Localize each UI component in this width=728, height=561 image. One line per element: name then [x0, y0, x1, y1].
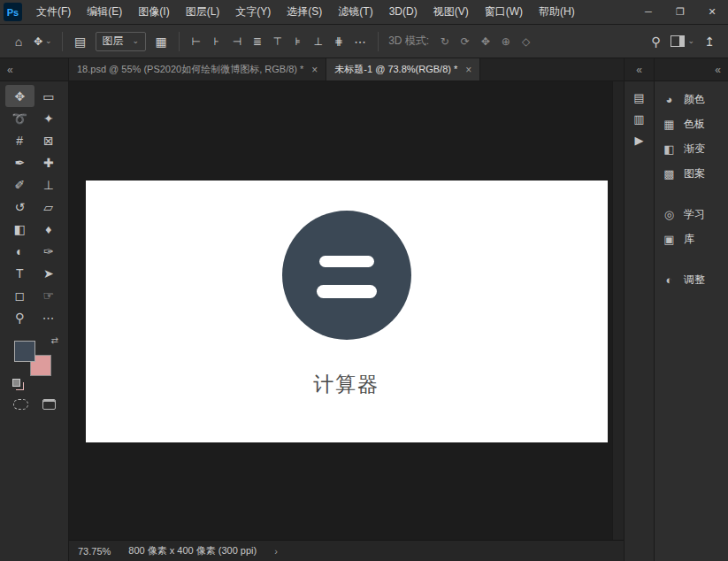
align-right-icon[interactable]: ⊣: [226, 30, 247, 53]
panel-item-swatches[interactable]: ▦ 色板: [655, 111, 728, 136]
path-select-tool[interactable]: ➤: [34, 262, 64, 284]
swap-colors-icon[interactable]: ⇄: [51, 335, 58, 345]
color-swatches: ⇄: [12, 337, 58, 380]
panel-item-icon: ▦: [663, 118, 676, 131]
panel-item-patterns[interactable]: ▩ 图案: [655, 161, 728, 186]
shape-tool[interactable]: ◻: [5, 284, 34, 306]
vertical-scrollbar[interactable]: [612, 81, 624, 540]
menu-file[interactable]: 文件(F): [28, 0, 79, 24]
align-left-icon[interactable]: ⊢: [186, 30, 206, 53]
menu-3d[interactable]: 3D(D): [381, 0, 425, 24]
blur-tool[interactable]: ♦: [34, 218, 64, 240]
tool-glyph: ▱: [43, 201, 53, 213]
3d-slide-icon[interactable]: ⊕: [495, 30, 516, 53]
default-colors-icon[interactable]: [12, 379, 20, 387]
artboard-text: 计算器: [86, 371, 608, 398]
healing-brush-tool[interactable]: ✚: [34, 151, 64, 173]
menu-help[interactable]: 帮助(H): [531, 0, 583, 24]
auto-select-dropdown[interactable]: 图层 ⌄: [96, 32, 147, 51]
current-tool-icon[interactable]: ✥ ⌄: [30, 30, 56, 53]
workspace-layout-icon: [671, 35, 685, 47]
tool-glyph: ◐: [16, 245, 23, 257]
document-tab-active[interactable]: 未标题-1 @ 73.8%(RGB/8) * ×: [326, 58, 480, 81]
close-icon[interactable]: ×: [311, 64, 318, 76]
distribute-v-icon[interactable]: ⋕: [328, 30, 349, 53]
close-icon[interactable]: ×: [465, 64, 471, 76]
panel-item-adjustments[interactable]: ◐ 调整: [655, 267, 728, 292]
restore-button[interactable]: ❐: [664, 0, 696, 24]
tool-glyph: ✚: [43, 157, 54, 169]
workspace-switcher[interactable]: ⌄: [667, 30, 698, 53]
minimize-button[interactable]: ─: [632, 0, 664, 24]
eyedropper-tool[interactable]: ✒: [5, 151, 34, 173]
3d-mode-label: 3D 模式:: [388, 34, 429, 49]
3d-scale-icon[interactable]: ◇: [516, 30, 536, 53]
eraser-tool[interactable]: ▱: [34, 196, 64, 218]
foreground-color-swatch[interactable]: [14, 341, 35, 362]
menu-edit[interactable]: 编辑(E): [79, 0, 130, 24]
tool-preset-icon[interactable]: ▤: [69, 30, 92, 53]
menu-window[interactable]: 窗口(W): [477, 0, 531, 24]
gradient-tool[interactable]: ◧: [5, 218, 34, 240]
align-middle-icon[interactable]: ⊧: [287, 30, 308, 53]
menu-image[interactable]: 图像(I): [130, 0, 177, 24]
dock-info-icon[interactable]: ▥: [628, 108, 651, 129]
menu-filter[interactable]: 滤镜(T): [330, 0, 380, 24]
close-button[interactable]: ✕: [696, 0, 728, 24]
frame-tool[interactable]: ⊠: [34, 129, 64, 151]
3d-rotate-icon[interactable]: ↻: [434, 30, 455, 53]
hand-tool[interactable]: ☞: [34, 284, 64, 306]
clone-stamp-tool[interactable]: ⊥: [34, 173, 64, 196]
canvas-area[interactable]: 计算器: [69, 81, 624, 540]
screen-mode-icon[interactable]: [42, 399, 56, 410]
panel-item-color[interactable]: ◕ 颜色: [655, 87, 728, 111]
search-icon[interactable]: ⚲: [644, 30, 667, 53]
status-chevron-icon[interactable]: ›: [274, 546, 278, 557]
panel-item-label: 渐变: [684, 142, 705, 157]
crop-tool[interactable]: #: [5, 129, 34, 151]
dock-collapse-icon[interactable]: «: [625, 58, 654, 81]
align-bottom-icon[interactable]: ⊥: [308, 30, 328, 53]
toolbar: ✥ ▭ ➰ ✦ #: [0, 81, 68, 328]
marquee-tool[interactable]: ▭: [34, 85, 64, 107]
menu-select[interactable]: 选择(S): [279, 0, 330, 24]
distribute-h-icon[interactable]: ≣: [247, 30, 267, 53]
panel-collapse-icon[interactable]: «: [655, 58, 728, 81]
document-tab[interactable]: 18.psd @ 55% (PS2020如何绘制微博图标, RGB/8) * ×: [69, 58, 326, 81]
document-info: 800 像素 x 400 像素 (300 ppi): [128, 544, 257, 557]
tool-glyph: ☞: [42, 289, 54, 302]
panel-item-learn[interactable]: ◎ 学习: [655, 202, 728, 227]
panel-item-gradients[interactable]: ◧ 渐变: [655, 136, 728, 161]
move-tool[interactable]: ✥: [5, 85, 34, 107]
quick-mask-icon[interactable]: [13, 399, 28, 410]
dodge-tool[interactable]: ◐: [5, 240, 34, 262]
share-icon[interactable]: ↥: [698, 30, 721, 53]
menu-type[interactable]: 文字(Y): [227, 0, 279, 24]
panel-item-libraries[interactable]: ▣ 库: [655, 227, 728, 251]
menu-layer[interactable]: 图层(L): [178, 0, 228, 24]
lasso-tool[interactable]: ➰: [5, 107, 34, 129]
home-icon[interactable]: ⌂: [7, 30, 30, 53]
brush-tool[interactable]: ✐: [5, 173, 34, 196]
zoom-level-field[interactable]: 73.75%: [78, 546, 111, 557]
tool-glyph: ➤: [43, 267, 54, 280]
quick-selection-tool[interactable]: ✦: [34, 107, 64, 129]
more-options-icon[interactable]: ⋯: [349, 30, 372, 53]
3d-mode-icons: ↻ ⟳ ✥ ⊕ ◇: [434, 30, 536, 53]
tool-glyph: ↺: [14, 201, 25, 213]
tool-glyph: ✒: [14, 157, 25, 169]
history-brush-tool[interactable]: ↺: [5, 196, 34, 218]
type-tool[interactable]: T: [5, 262, 34, 284]
transform-controls-icon[interactable]: ▦: [149, 30, 172, 53]
align-top-icon[interactable]: ⊤: [267, 30, 287, 53]
actions-play-icon[interactable]: ▶: [628, 129, 651, 150]
3d-pan-icon[interactable]: ✥: [475, 30, 495, 53]
align-center-h-icon[interactable]: ⊦: [206, 30, 226, 53]
edit-toolbar-icon[interactable]: ⋯: [34, 306, 64, 328]
zoom-tool[interactable]: ⚲: [5, 306, 34, 328]
menu-view[interactable]: 视图(V): [425, 0, 477, 24]
pen-tool[interactable]: ✑: [34, 240, 64, 262]
tools-collapse-icon[interactable]: «: [0, 58, 68, 81]
dock-properties-icon[interactable]: ▤: [628, 87, 651, 108]
3d-roll-icon[interactable]: ⟳: [455, 30, 475, 53]
